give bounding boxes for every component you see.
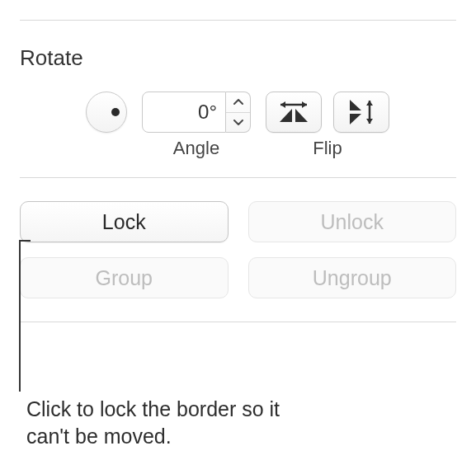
divider (20, 322, 456, 322)
flip-vertical-icon (346, 98, 376, 126)
button-grid: Lock Unlock Group Ungroup (20, 201, 456, 298)
rotate-controls-row: Angle (20, 92, 456, 159)
flip-horizontal-icon (277, 101, 310, 124)
angle-step-down-button[interactable] (226, 113, 250, 133)
chevron-down-icon (233, 120, 243, 125)
callout-leader-line (19, 242, 21, 392)
flip-group: Flip (266, 92, 389, 159)
unlock-button: Unlock (248, 201, 457, 242)
angle-input[interactable] (142, 92, 226, 133)
divider (20, 20, 456, 21)
angle-step-up-button[interactable] (226, 92, 250, 113)
angle-group: Angle (142, 92, 251, 159)
flip-label: Flip (313, 138, 342, 159)
group-button: Group (20, 257, 229, 298)
ungroup-button: Ungroup (248, 257, 457, 298)
flip-horizontal-button[interactable] (266, 92, 322, 133)
flip-vertical-button[interactable] (333, 92, 389, 133)
caption-text: Click to lock the border so it can't be … (26, 396, 307, 449)
section-title-rotate: Rotate (20, 45, 456, 71)
divider (20, 177, 456, 178)
angle-label: Angle (173, 138, 219, 159)
chevron-up-icon (233, 99, 243, 105)
lock-button[interactable]: Lock (20, 201, 229, 242)
angle-stepper (226, 92, 251, 133)
rotate-dial[interactable] (86, 92, 127, 133)
